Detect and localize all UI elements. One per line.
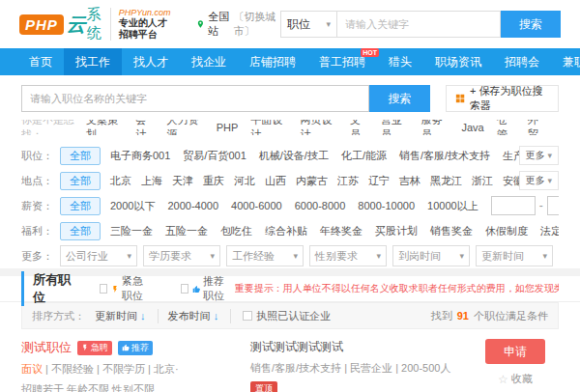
filter-option[interactable]: 黑龙江 <box>430 174 462 188</box>
filter-option[interactable]: 销售/客服/技术支持 <box>399 149 490 163</box>
urgent-checkbox[interactable] <box>100 284 107 294</box>
header-search-button[interactable]: 搜索 <box>501 11 561 38</box>
filter-option[interactable]: 4000-6000 <box>231 200 282 211</box>
filter-option[interactable]: 贸易/百货001 <box>183 149 246 163</box>
filter-option[interactable]: 法定节假日 <box>540 224 559 238</box>
filter-row-job-category: 职位： 全部 电子商务001 贸易/百货001 机械/设备/技工 化工/能源 销… <box>21 143 559 168</box>
company-name-link[interactable]: 测试测试测试测试 <box>250 339 472 355</box>
filter-option[interactable]: 内蒙古 <box>296 174 328 188</box>
header-search-input[interactable] <box>336 11 501 38</box>
nav-item-headhunter[interactable]: 猎头 <box>377 48 423 75</box>
sort-by-publish[interactable]: 发布时间 ↓ <box>168 309 232 323</box>
filter-option[interactable]: 北京 <box>110 174 131 188</box>
dropdown-experience[interactable]: 工作经验 ▾ <box>226 245 304 266</box>
filter-option[interactable]: 天津 <box>172 174 193 188</box>
sort-by-update[interactable]: 更新时间 ↓ <box>95 309 159 323</box>
licensed-checkbox[interactable] <box>243 311 252 321</box>
job-search-input[interactable] <box>21 85 369 112</box>
suggest-keyword[interactable]: 仓管 <box>497 120 515 135</box>
filter-all-chip[interactable]: 全部 <box>60 197 101 215</box>
dropdown-label: 工作经验 <box>232 249 275 264</box>
nav-item-find-company[interactable]: 找企业 <box>180 48 238 75</box>
suggest-keyword[interactable]: 营业员 <box>381 120 409 135</box>
suggest-keyword[interactable]: 文员 <box>350 120 368 135</box>
nav-item-find-talent[interactable]: 找人才 <box>122 48 180 75</box>
filter-option[interactable]: 10000以上 <box>427 199 478 213</box>
header: PHP 云 系统 PHPYun.com 专业的人才招聘平台 全国站 〔切换城市〕… <box>0 0 580 48</box>
filter-option[interactable]: 买股计划 <box>375 224 418 238</box>
filter-option[interactable]: 浙江 <box>472 174 493 188</box>
filter-option[interactable]: 机械/设备/技工 <box>259 149 329 163</box>
suggest-keyword[interactable]: 外贸 <box>528 120 546 135</box>
nav-item-general-worker[interactable]: 普工招聘 HOT <box>307 48 377 75</box>
filter-option[interactable]: 电子商务001 <box>110 149 170 163</box>
suggest-label: 你是不是想找： <box>21 120 86 135</box>
filter-option[interactable]: 五险一金 <box>165 224 208 238</box>
filter-option[interactable]: 2000-4000 <box>167 200 218 211</box>
suggest-keyword[interactable]: Java <box>461 122 483 133</box>
salary-max-input[interactable] <box>547 196 559 215</box>
filter-option[interactable]: 吉林 <box>399 174 420 188</box>
apply-button[interactable]: 申请 <box>485 339 545 364</box>
filter-option[interactable]: 山西 <box>265 174 286 188</box>
job-title-link[interactable]: 测试职位 <box>21 339 72 356</box>
nav-item-job-fair[interactable]: 招聘会 <box>493 48 551 75</box>
filter-option[interactable]: 江苏 <box>337 174 359 188</box>
salary-min-input[interactable] <box>491 196 536 215</box>
logo-php-badge: PHP <box>19 14 64 35</box>
nav-item-find-job[interactable]: 找工作 <box>64 48 122 75</box>
dropdown-company-industry[interactable]: 公司行业 ▾ <box>60 245 137 266</box>
filter-option[interactable]: 休假制度 <box>485 224 528 238</box>
suggest-keyword[interactable]: 人力资源 <box>166 120 203 135</box>
job-search-button[interactable]: 搜索 <box>369 85 430 112</box>
filter-option[interactable]: 重庆 <box>203 174 224 188</box>
filter-all-chip[interactable]: 全部 <box>60 147 101 165</box>
filter-option[interactable]: 辽宁 <box>368 174 390 188</box>
nav-item-home[interactable]: 首页 <box>17 48 64 75</box>
suggest-keyword[interactable]: 服务员 <box>421 120 450 135</box>
dropdown-arrival-time[interactable]: 到岗时间 ▾ <box>392 245 470 266</box>
recommend-checkbox[interactable] <box>181 284 188 294</box>
filter-option[interactable]: 2000以下 <box>110 199 155 213</box>
more-button[interactable]: 更多 ▾ <box>519 171 559 190</box>
city-selector[interactable]: 全国站 〔切换城市〕 <box>196 10 280 39</box>
collect-button[interactable]: ☆ 收藏 <box>498 372 533 386</box>
chevron-down-icon: ▾ <box>326 19 331 29</box>
tab-all-jobs[interactable]: 所有职位 <box>21 271 72 306</box>
filter-option[interactable]: 8000-10000 <box>358 200 415 211</box>
dropdown-gender[interactable]: 性别要求 ▾ <box>309 245 387 266</box>
filter-all-chip[interactable]: 全部 <box>60 222 101 240</box>
filter-option[interactable]: 6000-8000 <box>295 200 346 211</box>
filter-option[interactable]: 包吃住 <box>220 224 252 238</box>
filter-option[interactable]: 河北 <box>234 174 255 188</box>
sort-option-label: 发布时间 <box>168 310 211 322</box>
suggest-keyword[interactable]: 平面设计 <box>250 120 287 135</box>
filter-all-chip[interactable]: 全部 <box>60 172 101 190</box>
filter-option[interactable]: 三险一金 <box>110 224 153 238</box>
dropdown-education[interactable]: 学历要求 ▾ <box>143 245 220 266</box>
filter-option[interactable]: 销售奖金 <box>430 224 473 238</box>
nav-item-career-news[interactable]: 职场资讯 <box>423 48 493 75</box>
filter-option[interactable]: 上海 <box>141 174 162 188</box>
save-search-button[interactable]: + 保存为职位搜索器 <box>446 85 559 112</box>
suggest-keyword[interactable]: 网页设计 <box>301 120 337 135</box>
suggest-keyword[interactable]: 文案策划 <box>86 120 123 135</box>
tab-urgent-jobs[interactable]: 紧急职位 <box>100 274 154 303</box>
switch-city-link[interactable]: 〔切换城市〕 <box>234 10 280 39</box>
salary-range-dash: - <box>539 199 543 212</box>
site-logo[interactable]: PHP 云 系统 PHPYun.com 专业的人才招聘平台 <box>19 6 171 42</box>
suggest-keyword[interactable]: 会计 <box>135 120 154 135</box>
filter-label: 更多： <box>21 249 60 264</box>
search-category-select[interactable]: 职位 ▾ <box>280 11 336 38</box>
filter-option[interactable]: 年终奖金 <box>320 224 362 238</box>
filter-option[interactable]: 化工/能源 <box>341 149 387 163</box>
nav-item-shop-recruit[interactable]: 店铺招聘 <box>238 48 307 75</box>
suggest-keyword[interactable]: PHP <box>217 122 239 133</box>
dropdown-update-time[interactable]: 更新时间 ▾ <box>476 245 553 266</box>
more-button[interactable]: 更多 ▾ <box>519 146 559 165</box>
tab-recommend-jobs[interactable]: 推荐职位 <box>181 274 235 303</box>
nav-item-part-time[interactable]: 兼职 <box>551 48 580 75</box>
sort-label: 排序方式： <box>32 309 85 323</box>
filter-option[interactable]: 综合补贴 <box>265 224 307 238</box>
licensed-only-toggle[interactable]: 执照已认证企业 <box>243 309 331 323</box>
